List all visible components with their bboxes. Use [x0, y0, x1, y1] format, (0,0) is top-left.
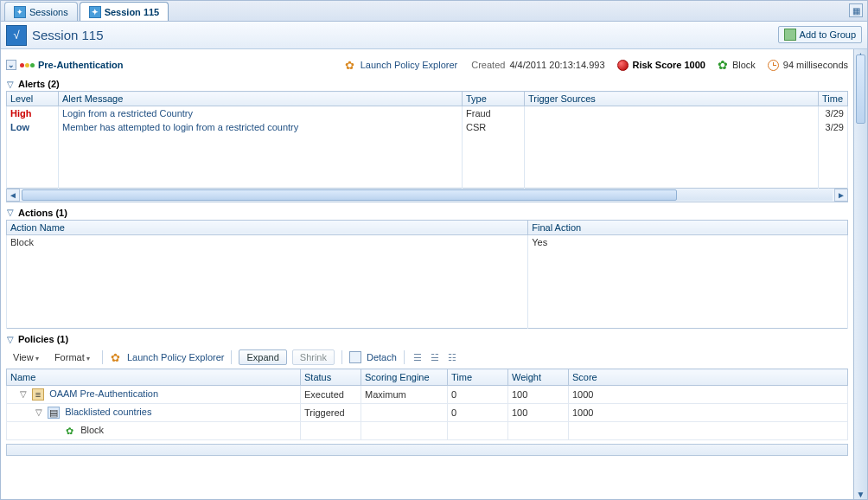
scroll-left-icon[interactable]: ◄ [6, 189, 20, 202]
policies-heading: Policies (1) [18, 334, 68, 344]
actions-heading: Actions (1) [18, 208, 67, 218]
alerts-toggle[interactable]: ▽ [6, 79, 15, 89]
actions-table: Action Name Final Action Block Yes [6, 220, 848, 330]
scroll-down-icon[interactable]: ▼ [854, 488, 867, 500]
actions-col-name[interactable]: Action Name [7, 220, 528, 234]
pol-time [448, 422, 508, 440]
alerts-col-time[interactable]: Time [819, 92, 848, 106]
alerts-col-msg[interactable]: Alert Message [59, 92, 463, 106]
tree-show-as-top-icon[interactable]: ☷ [446, 351, 458, 363]
tree-twisty-icon[interactable]: ▽ [35, 407, 43, 417]
vertical-scrollbar[interactable]: ▲ ▼ [853, 49, 867, 499]
title-bar: √ Session 115 Add to Group [1, 22, 867, 49]
policy-row[interactable]: ✿ Block [7, 422, 848, 440]
pol-col-status[interactable]: Status [301, 369, 361, 386]
session-icon: ✦ [89, 6, 101, 18]
action-row[interactable]: Block Yes [7, 234, 848, 249]
alert-level: Low [10, 122, 29, 132]
policy-explorer-icon: ✿ [110, 351, 122, 363]
action-final: Yes [528, 234, 848, 249]
alert-time: 3/29 [819, 120, 848, 134]
pol-col-time[interactable]: Time [448, 369, 508, 386]
policy-row[interactable]: ▽ ≡ OAAM Pre-Authentication Executed Max… [7, 386, 848, 404]
launch-policy-explorer-link[interactable]: Launch Policy Explorer [361, 60, 458, 70]
checkpoint-status-row: ✿ Launch Policy Explorer Created 4/4/201… [344, 58, 848, 72]
policies-footer-strip [6, 444, 848, 456]
checkpoint-toggle[interactable]: ⌄ [6, 60, 16, 70]
clock-icon [768, 60, 779, 71]
tab-sessions-label: Sessions [29, 7, 68, 17]
created-value: 4/4/2011 20:13:14.993 [509, 60, 604, 70]
main-scroll-area: ⌄ Pre-Authentication ✿ Launch Policy Exp… [1, 49, 853, 499]
policy-explorer-icon: ✿ [344, 59, 356, 71]
tree-twisty-icon[interactable]: ▽ [19, 389, 28, 399]
group-icon [784, 29, 796, 41]
policy-name: Block [80, 425, 104, 435]
policies-toggle[interactable]: ▽ [6, 334, 15, 344]
policy-name[interactable]: OAAM Pre-Authentication [49, 388, 158, 399]
detach-icon [349, 351, 361, 363]
pol-engine [361, 422, 448, 440]
alert-level: High [10, 108, 31, 119]
actions-toggle[interactable]: ▽ [6, 208, 15, 218]
alert-type: Fraud [463, 106, 525, 121]
alert-row[interactable]: High Login from a restricted Country Fra… [7, 106, 848, 121]
page-title: Session 115 [32, 28, 104, 42]
add-to-group-button[interactable]: Add to Group [778, 26, 862, 43]
pol-weight [508, 422, 569, 440]
policies-table: Name Status Scoring Engine Time Weight S… [6, 369, 848, 440]
pol-score: 1000 [569, 404, 848, 422]
tab-session-detail[interactable]: ✦ Session 115 [80, 2, 169, 21]
alert-time: 3/29 [819, 106, 848, 121]
format-menu[interactable]: Format [49, 350, 95, 364]
actions-col-final[interactable]: Final Action [528, 220, 848, 234]
pol-status: Triggered [301, 404, 361, 422]
tabs-bar: ✦ Sessions ✦ Session 115 ▦ [1, 1, 867, 22]
shrink-button: Shrink [292, 349, 335, 365]
pol-time: 0 [448, 404, 508, 422]
scroll-right-icon[interactable]: ► [834, 189, 848, 202]
pol-engine [361, 404, 448, 422]
created-label: Created [471, 60, 505, 70]
pol-engine: Maximum [361, 386, 448, 404]
policy-row[interactable]: ▽ ▤ Blacklisted countries Triggered 0 10… [7, 404, 848, 422]
scroll-thumb[interactable] [856, 54, 865, 124]
pol-score: 1000 [569, 386, 848, 404]
alerts-col-level[interactable]: Level [7, 92, 59, 106]
risk-score: Risk Score 1000 [633, 60, 705, 70]
tree-collapse-all-icon[interactable]: ☱ [429, 351, 441, 363]
policy-name[interactable]: Blacklisted countries [65, 407, 151, 417]
action-name: Block [7, 234, 528, 249]
view-menu[interactable]: View [8, 350, 44, 364]
pol-score [569, 422, 848, 440]
sessions-icon: ✦ [14, 6, 26, 18]
pol-col-name[interactable]: Name [7, 369, 301, 386]
alerts-table: Level Alert Message Type Trigger Sources… [6, 91, 848, 189]
pulse-icon: √ [6, 25, 27, 46]
alerts-col-trig[interactable]: Trigger Sources [525, 92, 819, 106]
alert-msg[interactable]: Login from a restricted Country [62, 108, 193, 119]
alert-row[interactable]: Low Member has attempted to login from a… [7, 120, 848, 134]
scroll-thumb[interactable] [22, 189, 677, 201]
tab-sessions[interactable]: ✦ Sessions [4, 2, 78, 21]
alert-icon [617, 60, 629, 71]
checkpoint-action: Block [732, 60, 756, 70]
traffic-light-icon [20, 63, 35, 67]
pol-col-score[interactable]: Score [569, 369, 848, 386]
pol-col-weight[interactable]: Weight [508, 369, 569, 386]
expand-button[interactable]: Expand [239, 349, 286, 365]
alert-trigger [525, 106, 819, 121]
tabs-overflow-icon[interactable]: ▦ [849, 3, 863, 17]
detach-button[interactable]: Detach [367, 352, 397, 362]
pol-col-engine[interactable]: Scoring Engine [361, 369, 448, 386]
rule-icon: ▤ [48, 407, 60, 419]
gear-icon: ✿ [63, 425, 75, 437]
checkpoint-name: Pre-Authentication [38, 60, 123, 70]
tree-expand-all-icon[interactable]: ☰ [412, 351, 424, 363]
alerts-hscrollbar[interactable]: ◄ ► [6, 189, 848, 202]
alert-msg[interactable]: Member has attempted to login from a res… [62, 122, 298, 132]
add-to-group-label: Add to Group [800, 29, 856, 40]
alerts-col-type[interactable]: Type [463, 92, 525, 106]
pol-weight: 100 [508, 386, 569, 404]
launch-policy-explorer-link2[interactable]: Launch Policy Explorer [127, 352, 225, 362]
